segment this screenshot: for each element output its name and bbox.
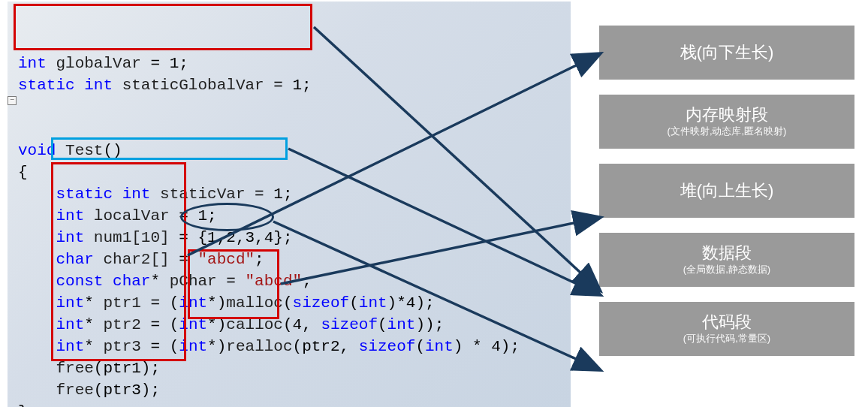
code-line-5: { xyxy=(18,164,28,181)
code-line-7: int localVar = 1; xyxy=(18,207,217,225)
memory-segment-title: 数据段 xyxy=(599,243,854,263)
memory-segment: 数据段(全局数据,静态数据) xyxy=(599,233,854,287)
memory-segment-title: 内存映射段 xyxy=(599,105,854,125)
code-editor: − int globalVar = 1; static int staticGl… xyxy=(8,2,571,407)
memory-segment-subtitle: (文件映射,动态库,匿名映射) xyxy=(599,125,854,138)
memory-segment-title: 代码段 xyxy=(599,312,854,332)
code-line-8: int num1[10] = {1,2,3,4}; xyxy=(18,229,293,246)
fold-marker: − xyxy=(8,96,17,105)
code-line-11: int* ptr1 = (int*)malloc(sizeof(int)*4); xyxy=(18,294,435,312)
memory-segment-subtitle: (全局数据,静态数据) xyxy=(599,263,854,276)
code-line-16: } xyxy=(18,403,28,407)
code-line-4: void Test() xyxy=(18,142,122,159)
memory-gap xyxy=(599,80,854,95)
code-line-10: const char* pChar = "abcd"; xyxy=(18,273,312,290)
memory-segment: 内存映射段(文件映射,动态库,匿名映射) xyxy=(599,95,854,149)
code-line-2: static int staticGlobalVar = 1; xyxy=(18,77,312,94)
memory-segment-title: 堆(向上生长) xyxy=(599,181,854,200)
memory-segment-title: 栈(向下生长) xyxy=(599,43,854,62)
memory-gap xyxy=(599,218,854,233)
memory-gap xyxy=(599,287,854,302)
memory-segment: 代码段(可执行代码,常量区) xyxy=(599,302,854,356)
memory-segment-subtitle: (可执行代码,常量区) xyxy=(599,332,854,345)
code-line-13: int* ptr3 = (int*)realloc(ptr2, sizeof(i… xyxy=(18,338,520,355)
code-line-1: int globalVar = 1; xyxy=(18,55,188,72)
memory-gap xyxy=(599,149,854,164)
code-line-15: free(ptr3); xyxy=(18,381,160,399)
code-line-12: int* ptr2 = (int*)calloc(4, sizeof(int))… xyxy=(18,316,444,333)
code-line-6: static int staticVar = 1; xyxy=(18,185,293,203)
code-line-9: char char2[] = "abcd"; xyxy=(18,251,264,268)
memory-segment: 堆(向上生长) xyxy=(599,164,854,218)
code-line-14: free(ptr1); xyxy=(18,360,160,377)
memory-segment: 栈(向下生长) xyxy=(599,26,854,80)
memory-segment-column: 栈(向下生长)内存映射段(文件映射,动态库,匿名映射)堆(向上生长)数据段(全局… xyxy=(599,26,854,356)
